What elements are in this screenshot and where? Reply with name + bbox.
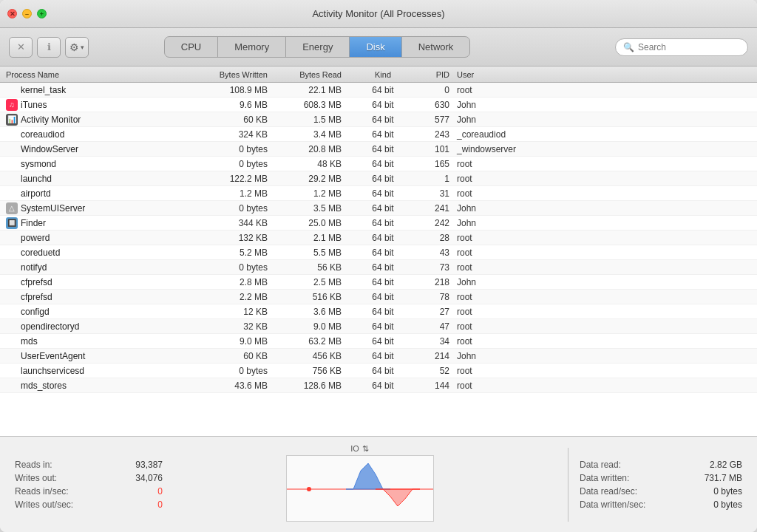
process-icon: [6, 129, 18, 140]
process-bytes-read: 128.6 MB: [279, 381, 353, 391]
process-kind: 64 bit: [353, 144, 413, 154]
col-header-bytes-written[interactable]: Bytes Written: [198, 70, 279, 79]
tab-energy[interactable]: Energy: [286, 37, 350, 57]
process-name: coreaudiod: [6, 129, 198, 140]
process-bytes-read: 48 KB: [279, 159, 353, 169]
process-bytes-written: 2.8 MB: [198, 277, 279, 287]
data-written-sec-row: Data written/sec: 0 bytes: [580, 499, 742, 510]
close-process-button[interactable]: ✕: [9, 37, 33, 58]
process-kind: 64 bit: [353, 336, 413, 347]
table-row[interactable]: launchservicesd 0 bytes 756 KB 64 bit 52…: [0, 364, 757, 378]
process-kind: 64 bit: [353, 381, 413, 391]
process-name: ♫ iTunes: [6, 99, 198, 111]
process-icon: [6, 158, 18, 170]
gear-dropdown-button[interactable]: ⚙ ▾: [65, 37, 89, 58]
io-sort-icon[interactable]: ⇅: [362, 444, 369, 454]
process-icon: [6, 365, 18, 377]
process-name: configd: [6, 306, 198, 318]
table-row[interactable]: △ SystemUIServer 0 bytes 3.5 MB 64 bit 2…: [0, 201, 757, 216]
process-kind: 64 bit: [353, 203, 413, 214]
col-header-bytes-read[interactable]: Bytes Read: [279, 70, 353, 79]
table-row[interactable]: mds 9.0 MB 63.2 MB 64 bit 34 root: [0, 334, 757, 349]
process-bytes-written: 60 KB: [198, 115, 279, 125]
process-kind: 64 bit: [353, 85, 413, 95]
process-user: root: [457, 233, 546, 243]
data-written-sec-value: 0 bytes: [713, 499, 742, 510]
writes-out-label: Writes out:: [15, 473, 57, 483]
table-row[interactable]: powerd 132 KB 2.1 MB 64 bit 28 root: [0, 231, 757, 245]
process-list[interactable]: kernel_task 108.9 MB 22.1 MB 64 bit 0 ro…: [0, 83, 757, 436]
process-user: John: [457, 277, 546, 287]
table-row[interactable]: cfprefsd 2.8 MB 2.5 MB 64 bit 218 John: [0, 275, 757, 290]
process-bytes-written: 0 bytes: [198, 262, 279, 273]
table-row[interactable]: kernel_task 108.9 MB 22.1 MB 64 bit 0 ro…: [0, 83, 757, 98]
stats-right: Data read: 2.82 GB Data written: 731.7 M…: [580, 460, 742, 510]
tab-network[interactable]: Network: [402, 37, 470, 57]
table-row[interactable]: launchd 122.2 MB 29.2 MB 64 bit 1 root: [0, 171, 757, 186]
search-box[interactable]: 🔍: [615, 38, 748, 56]
tab-memory[interactable]: Memory: [218, 37, 286, 57]
col-header-kind[interactable]: Kind: [353, 70, 413, 79]
info-button[interactable]: ℹ: [37, 37, 61, 58]
process-icon: [6, 143, 18, 155]
process-pid: 243: [413, 129, 457, 140]
table-row[interactable]: ♫ iTunes 9.6 MB 608.3 MB 64 bit 630 John: [0, 98, 757, 112]
data-written-label: Data written:: [580, 473, 629, 483]
tab-disk[interactable]: Disk: [350, 37, 401, 57]
reads-in-label: Reads in:: [15, 460, 52, 470]
process-icon: [6, 84, 18, 96]
process-kind: 64 bit: [353, 292, 413, 302]
process-bytes-read: 608.3 MB: [279, 100, 353, 110]
maximize-button[interactable]: +: [37, 9, 47, 18]
process-kind: 64 bit: [353, 277, 413, 287]
process-user: root: [457, 248, 546, 258]
process-user: root: [457, 321, 546, 332]
table-row[interactable]: 🔲 Finder 344 KB 25.0 MB 64 bit 242 John: [0, 216, 757, 231]
minimize-button[interactable]: –: [22, 9, 32, 18]
process-name: launchservicesd: [6, 365, 198, 377]
data-read-sec-label: Data read/sec:: [580, 486, 637, 497]
table-row[interactable]: coreduetd 5.2 MB 5.5 MB 64 bit 43 root: [0, 245, 757, 260]
writes-out-sec-label: Writes out/sec:: [15, 499, 73, 510]
table-row[interactable]: cfprefsd 2.2 MB 516 KB 64 bit 78 root: [0, 290, 757, 304]
tab-cpu[interactable]: CPU: [165, 37, 218, 57]
table-row[interactable]: UserEventAgent 60 KB 456 KB 64 bit 214 J…: [0, 349, 757, 364]
process-user: John: [457, 203, 546, 214]
process-icon: [6, 380, 18, 392]
col-header-user[interactable]: User: [457, 70, 546, 79]
process-kind: 64 bit: [353, 159, 413, 169]
table-row[interactable]: notifyd 0 bytes 56 KB 64 bit 73 root: [0, 260, 757, 275]
search-input[interactable]: [638, 42, 740, 52]
process-icon: [6, 262, 18, 273]
process-bytes-written: 108.9 MB: [198, 85, 279, 95]
table-row[interactable]: coreaudiod 324 KB 3.4 MB 64 bit 243 _cor…: [0, 127, 757, 142]
writes-out-row: Writes out: 34,076: [15, 473, 163, 483]
process-bytes-written: 5.2 MB: [198, 248, 279, 258]
process-kind: 64 bit: [353, 307, 413, 317]
col-header-pid[interactable]: PID: [413, 70, 457, 79]
close-button[interactable]: ✕: [7, 9, 17, 18]
process-pid: 34: [413, 336, 457, 347]
process-pid: 218: [413, 277, 457, 287]
col-header-process-name[interactable]: Process Name: [6, 70, 198, 79]
io-label: IO: [350, 444, 359, 453]
table-row[interactable]: sysmond 0 bytes 48 KB 64 bit 165 root: [0, 157, 757, 171]
table-row[interactable]: configd 12 KB 3.6 MB 64 bit 27 root: [0, 304, 757, 319]
table-row[interactable]: opendirectoryd 32 KB 9.0 MB 64 bit 47 ro…: [0, 319, 757, 334]
process-bytes-read: 25.0 MB: [279, 218, 353, 228]
table-row[interactable]: mds_stores 43.6 MB 128.6 MB 64 bit 144 r…: [0, 378, 757, 393]
process-bytes-written: 0 bytes: [198, 366, 279, 376]
table-row[interactable]: airportd 1.2 MB 1.2 MB 64 bit 31 root: [0, 186, 757, 201]
reads-in-value: 93,387: [135, 460, 163, 470]
title-bar: ✕ – + Activity Monitor (All Processes): [0, 0, 757, 28]
process-user: John: [457, 100, 546, 110]
table-row[interactable]: 📊 Activity Monitor 60 KB 1.5 MB 64 bit 5…: [0, 112, 757, 127]
column-headers: Process Name Bytes Written Bytes Read Ki…: [0, 66, 757, 83]
table-row[interactable]: WindowServer 0 bytes 20.8 MB 64 bit 101 …: [0, 142, 757, 157]
process-name: cfprefsd: [6, 276, 198, 288]
reads-in-sec-label: Reads in/sec:: [15, 486, 69, 497]
process-bytes-written: 9.0 MB: [198, 336, 279, 347]
stats-left: Reads in: 93,387 Writes out: 34,076 Read…: [15, 460, 163, 510]
data-written-sec-label: Data written/sec:: [580, 499, 645, 510]
svg-point-4: [307, 487, 311, 491]
